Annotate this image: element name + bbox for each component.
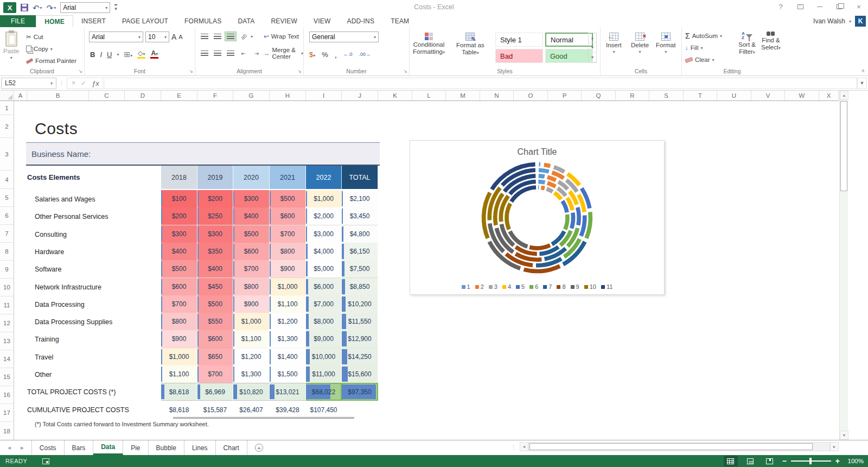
scroll-right-icon[interactable]: ► <box>830 442 839 451</box>
cell-other-personal-services-2019[interactable]: $250 <box>197 207 233 225</box>
cell-training-2020[interactable]: $1,100 <box>233 330 270 348</box>
ribbon-tab-page-layout[interactable]: PAGE LAYOUT <box>114 15 176 27</box>
macro-record-icon[interactable] <box>42 458 49 464</box>
total-cell-2021[interactable]: $13,021 <box>270 383 306 401</box>
column-header-A[interactable]: A <box>14 91 27 100</box>
ring-2019-segment-5[interactable] <box>572 213 573 229</box>
wrap-text-button[interactable]: ↩Wrap Text <box>264 31 299 42</box>
collapse-ribbon-button[interactable]: ∧ <box>861 68 865 73</box>
row-header-2[interactable]: 2 <box>0 115 14 138</box>
cell-other-2018[interactable]: $1,100 <box>161 365 197 383</box>
total-cell-2020[interactable]: $10,820 <box>233 383 270 401</box>
ribbon-display-options-button[interactable] <box>793 1 807 12</box>
cell-travel-2022[interactable]: $10,000 <box>306 348 342 366</box>
column-header-J[interactable]: J <box>342 91 378 100</box>
legend-item-9[interactable]: 9 <box>571 283 579 290</box>
cell-hardware-2018[interactable]: $400 <box>161 243 197 261</box>
cell-data-processing-supplies-2019[interactable]: $550 <box>197 313 233 331</box>
ring-2021-segment-5[interactable] <box>581 216 585 236</box>
cell-data-processing-2020[interactable]: $900 <box>233 295 270 313</box>
avatar[interactable]: K <box>855 16 866 27</box>
zoom-slider-thumb[interactable] <box>809 458 812 464</box>
decrease-decimal-button[interactable]: .00→ <box>359 52 371 57</box>
sheet-tab-pie[interactable]: Pie <box>123 440 148 455</box>
cell-training-2019[interactable]: $600 <box>197 330 233 348</box>
cell-software-2018[interactable]: $500 <box>161 260 197 278</box>
bold-button[interactable]: B <box>90 51 95 59</box>
cell-data-processing-supplies-2022[interactable]: $8,000 <box>306 313 342 331</box>
insert-cells-button[interactable]: ← Insert▾ <box>606 33 622 54</box>
row-header-14[interactable]: 14 <box>0 350 14 368</box>
minimize-button[interactable] <box>813 1 827 12</box>
ring-2018-segment-5[interactable] <box>563 201 567 212</box>
ring-2018-segment-6[interactable] <box>565 214 567 230</box>
ribbon-tab-view[interactable]: VIEW <box>305 15 339 27</box>
cell-consulting-2018[interactable]: $300 <box>161 225 197 243</box>
sheet-tab-costs[interactable]: Costs <box>31 440 65 455</box>
ribbon-tab-home[interactable]: HOME <box>36 15 73 27</box>
column-header-D[interactable]: D <box>125 91 161 100</box>
column-header-X[interactable]: X <box>819 91 839 100</box>
cell-consulting-TOTAL[interactable]: $4,800 <box>342 225 378 243</box>
cell-network-infrastructure-2018[interactable]: $600 <box>161 278 197 296</box>
column-header-G[interactable]: G <box>233 91 270 100</box>
restore-button[interactable] <box>832 1 846 12</box>
paste-button[interactable]: Paste ▾ <box>3 31 19 60</box>
sort-filter-button[interactable]: AZ Sort &Filter▾ <box>738 31 756 56</box>
shrink-font-button[interactable]: A <box>178 34 182 40</box>
ring-2020-segment-1[interactable] <box>539 176 545 176</box>
autosum-button[interactable]: ΣAutoSum▾ <box>685 30 722 41</box>
column-header-E[interactable]: E <box>161 91 197 100</box>
column-header-W[interactable]: W <box>785 91 819 100</box>
account-area[interactable]: Ivan Walsh ▾ K <box>813 15 866 27</box>
row-header-16[interactable]: 16 <box>0 386 14 404</box>
cell-data-processing-supplies-2020[interactable]: $1,000 <box>233 313 270 331</box>
account-dropdown-icon[interactable]: ▾ <box>849 19 851 24</box>
row-header-6[interactable]: 6 <box>0 207 14 225</box>
year-header-2022[interactable]: 2022 <box>306 166 342 189</box>
ring-2022-segment-6[interactable] <box>586 212 591 238</box>
normal-view-button[interactable] <box>724 456 738 466</box>
cell-hardware-TOTAL[interactable]: $6,150 <box>342 243 378 261</box>
worksheet[interactable]: Costs Business Name: Costs Elements20182… <box>14 101 839 440</box>
increase-indent-button[interactable]: ⇥ <box>251 48 263 58</box>
cell-hardware-2020[interactable]: $600 <box>233 243 270 261</box>
cell-software-TOTAL[interactable]: $7,500 <box>342 260 378 278</box>
row-header-4[interactable]: 4 <box>0 171 14 189</box>
cancel-entry-icon[interactable]: × <box>72 79 75 87</box>
cell-hardware-2019[interactable]: $350 <box>197 243 233 261</box>
row-header-18[interactable]: 18 <box>0 422 14 441</box>
cell-style-bad[interactable]: Bad <box>495 49 543 63</box>
scroll-up-icon[interactable]: ▲ <box>840 91 848 100</box>
horizontal-scrollbar-thumb[interactable] <box>529 443 813 450</box>
ring-2019-segment-2[interactable] <box>547 183 556 187</box>
cell-other-personal-services-2022[interactable]: $2,000 <box>306 207 342 225</box>
cell-data-processing-2021[interactable]: $1,100 <box>270 295 306 313</box>
ring-2018-segment-10[interactable] <box>507 204 510 230</box>
cell-other-2021[interactable]: $1,500 <box>270 365 306 383</box>
cell-network-infrastructure-2022[interactable]: $6,000 <box>306 278 342 296</box>
cell-network-infrastructure-TOTAL[interactable]: $8,850 <box>342 278 378 296</box>
ring-2021-segment-1[interactable] <box>539 170 549 172</box>
legend-item-8[interactable]: 8 <box>557 283 565 290</box>
column-header-P[interactable]: P <box>548 91 582 100</box>
format-painter-button[interactable]: Format Painter <box>26 55 76 66</box>
ribbon-tab-data[interactable]: DATA <box>229 15 263 27</box>
year-header-TOTAL[interactable]: TOTAL <box>342 166 378 189</box>
row-header-11[interactable]: 11 <box>0 296 14 314</box>
font-family-combo[interactable]: Arial▾ <box>89 31 143 42</box>
cell-other-2022[interactable]: $11,000 <box>306 365 342 383</box>
accounting-format-button[interactable]: $▾ <box>309 51 315 59</box>
column-header-V[interactable]: V <box>751 91 785 100</box>
new-sheet-button[interactable]: + <box>255 440 263 455</box>
cell-travel-2020[interactable]: $1,200 <box>233 348 270 366</box>
year-header-2020[interactable]: 2020 <box>233 166 270 189</box>
borders-button[interactable]: ⊞▾ <box>124 50 132 59</box>
cell-training-2018[interactable]: $900 <box>161 330 197 348</box>
align-center-button[interactable] <box>212 48 224 58</box>
cell-consulting-2020[interactable]: $500 <box>233 225 270 243</box>
page-layout-view-button[interactable] <box>743 456 757 466</box>
cell-data-processing-supplies-2018[interactable]: $800 <box>161 313 197 331</box>
column-header-O[interactable]: O <box>514 91 548 100</box>
ring-2020-segment-2[interactable] <box>547 177 556 180</box>
